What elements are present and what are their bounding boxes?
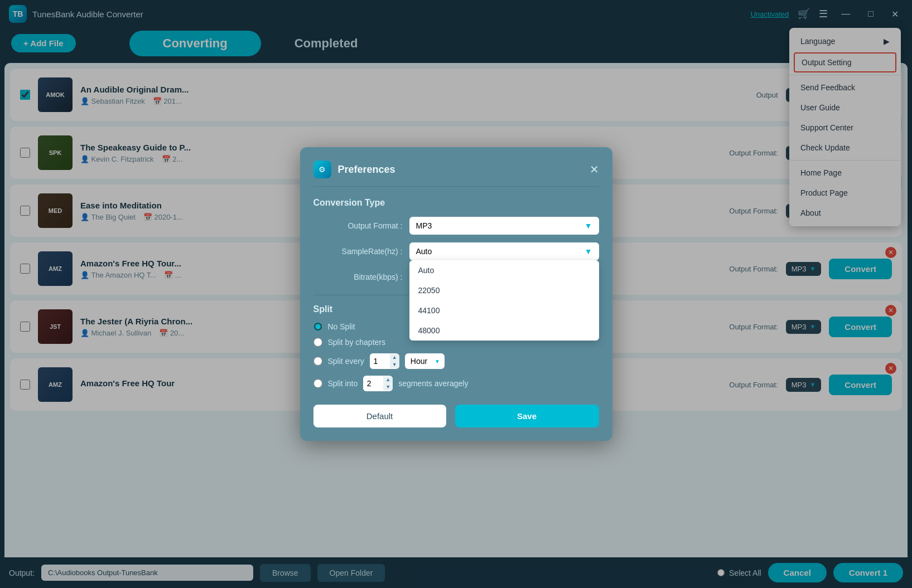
samplerate-select[interactable]: Auto ▼ Auto 22050 44100 48000	[409, 242, 599, 260]
modal-overlay: ⚙ Preferences ✕ Conversion Type Output F…	[0, 0, 912, 588]
split-every-down[interactable]: ▼	[390, 361, 399, 368]
modal-title: Preferences	[338, 164, 395, 176]
split-every-input[interactable]	[370, 353, 390, 369]
bitrate-label: Bitrate(kbps) :	[313, 273, 403, 281]
split-into-suffix: segments averagely	[398, 379, 468, 388]
samplerate-arrow: ▼	[585, 247, 592, 256]
split-every-spin-buttons: ▲ ▼	[390, 354, 399, 368]
split-unit-select[interactable]: Hour	[405, 353, 445, 369]
output-format-row: Output Format : MP3 ▼	[313, 217, 599, 235]
modal-header: ⚙ Preferences ✕	[313, 161, 599, 187]
split-into-down[interactable]: ▼	[383, 383, 393, 391]
split-into-input[interactable]	[363, 376, 383, 391]
split-into-radio[interactable]	[313, 379, 322, 388]
save-button[interactable]: Save	[455, 405, 599, 427]
sample-option-48000[interactable]: 48000	[409, 320, 599, 341]
sample-option-44100[interactable]: 44100	[409, 300, 599, 320]
split-every-row: Split every ▲ ▼ Hour	[313, 353, 599, 369]
modal-icon: ⚙	[313, 161, 331, 178]
output-format-label: Output Format :	[313, 221, 403, 230]
no-split-label: No Split	[328, 322, 355, 331]
output-format-select[interactable]: MP3 ▼	[409, 217, 599, 235]
samplerate-label: SampleRate(hz) :	[313, 247, 403, 256]
output-format-arrow: ▼	[585, 221, 592, 230]
split-every-radio[interactable]	[313, 357, 322, 366]
split-every-label: Split every	[328, 357, 364, 366]
samplerate-row: SampleRate(hz) : Auto ▼ Auto 22050 44100…	[313, 242, 599, 260]
split-into-up[interactable]: ▲	[383, 376, 393, 383]
sample-option-auto[interactable]: Auto	[409, 260, 599, 280]
default-button[interactable]: Default	[313, 405, 446, 427]
preferences-modal: ⚙ Preferences ✕ Conversion Type Output F…	[300, 147, 612, 441]
split-every-up[interactable]: ▲	[390, 354, 399, 361]
modal-close-button[interactable]: ✕	[590, 163, 599, 176]
split-every-spinner: ▲ ▼	[370, 353, 399, 369]
conversion-type-title: Conversion Type	[313, 198, 599, 208]
samplerate-dropdown: Auto 22050 44100 48000	[409, 260, 599, 341]
split-into-spinner: ▲ ▼	[363, 376, 393, 391]
split-into-label: Split into	[328, 379, 358, 388]
sample-option-22050[interactable]: 22050	[409, 280, 599, 300]
modal-footer: Default Save	[313, 405, 599, 427]
split-chapters-radio[interactable]	[313, 338, 322, 347]
split-unit-wrapper: Hour	[405, 353, 445, 369]
split-into-row: Split into ▲ ▼ segments averagely	[313, 376, 599, 391]
split-chapters-label: Split by chapters	[328, 338, 386, 347]
no-split-radio[interactable]	[313, 322, 322, 331]
split-into-spin-buttons: ▲ ▼	[383, 376, 393, 391]
